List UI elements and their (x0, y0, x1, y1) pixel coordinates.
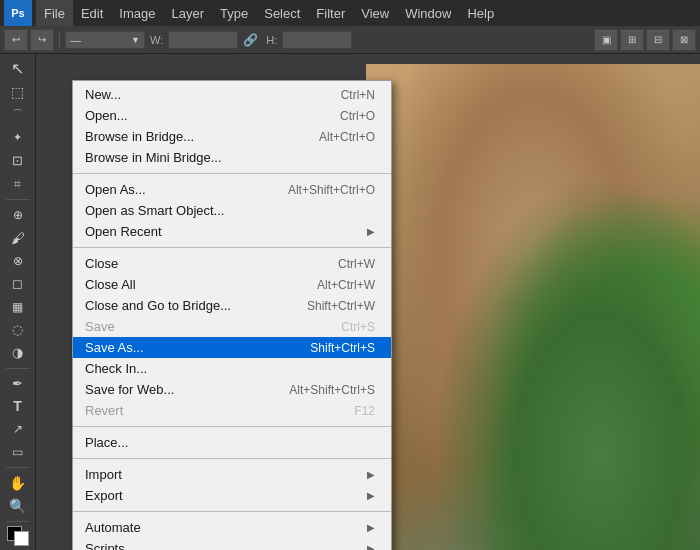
menu-item-automate[interactable]: Automate ▶ (73, 517, 391, 538)
canvas-image (366, 64, 700, 550)
preset-arrow: ▼ (131, 35, 140, 45)
menu-item-browse-bridge[interactable]: Browse in Bridge... Alt+Ctrl+O (73, 126, 391, 147)
divider-4 (73, 458, 391, 459)
magic-wand-tool[interactable]: ✦ (4, 127, 32, 149)
clone-tool[interactable]: ⊗ (4, 250, 32, 272)
menu-item-open-shortcut: Ctrl+O (340, 109, 375, 123)
menu-item-open-as[interactable]: Open As... Alt+Shift+Ctrl+O (73, 179, 391, 200)
crop-tool[interactable]: ⊡ (4, 150, 32, 172)
zoom-tool[interactable]: 🔍 (4, 495, 32, 517)
tool-divider-2 (6, 368, 30, 369)
menu-edit[interactable]: Edit (73, 0, 111, 26)
menu-item-close-bridge-shortcut: Shift+Ctrl+W (307, 299, 375, 313)
menu-item-new[interactable]: New... Ctrl+N (73, 84, 391, 105)
menu-item-place-label: Place... (85, 435, 375, 450)
menu-item-scripts[interactable]: Scripts ▶ (73, 538, 391, 550)
menu-item-revert-label: Revert (85, 403, 354, 418)
main-layout: ↖ ⬚ ⌒ ✦ ⊡ ⌗ ⊕ 🖌 ⊗ ◻ ▦ ◌ ◑ ✒ T ↗ ▭ ✋ 🔍 (0, 54, 700, 550)
toolbar: ↩ ↪ — ▼ W: 🔗 H: ▣ ⊞ ⊟ ⊠ (0, 26, 700, 54)
brush-tool[interactable]: 🖌 (4, 227, 32, 249)
menu-item-export[interactable]: Export ▶ (73, 485, 391, 506)
h-label: H: (263, 34, 280, 46)
file-dropdown-menu: New... Ctrl+N Open... Ctrl+O Browse in B… (72, 80, 392, 550)
menu-item-import-label: Import (85, 467, 363, 482)
menu-item-open-recent[interactable]: Open Recent ▶ (73, 221, 391, 242)
menu-item-browse-bridge-shortcut: Alt+Ctrl+O (319, 130, 375, 144)
menu-item-revert[interactable]: Revert F12 (73, 400, 391, 421)
menu-item-place[interactable]: Place... (73, 432, 391, 453)
menu-type[interactable]: Type (212, 0, 256, 26)
menu-filter[interactable]: Filter (308, 0, 353, 26)
tool-divider-3 (6, 467, 30, 468)
eyedropper-tool[interactable]: ⌗ (4, 173, 32, 195)
menu-item-browse-mini[interactable]: Browse in Mini Bridge... (73, 147, 391, 168)
menu-item-check-in-label: Check In... (85, 361, 375, 376)
blur-tool[interactable]: ◌ (4, 319, 32, 341)
toolbar-icon-2[interactable]: ⊞ (620, 29, 644, 51)
menu-item-close-bridge[interactable]: Close and Go to Bridge... Shift+Ctrl+W (73, 295, 391, 316)
menu-item-save-as[interactable]: Save As... Shift+Ctrl+S (73, 337, 391, 358)
menu-item-import[interactable]: Import ▶ (73, 464, 391, 485)
tool-divider-1 (6, 199, 30, 200)
menu-select[interactable]: Select (256, 0, 308, 26)
gradient-tool[interactable]: ▦ (4, 296, 32, 318)
height-input[interactable] (282, 31, 352, 49)
divider-3 (73, 426, 391, 427)
menu-item-save-label: Save (85, 319, 341, 334)
toolbar-right: ▣ ⊞ ⊟ ⊠ (594, 29, 696, 51)
menu-item-close[interactable]: Close Ctrl+W (73, 253, 391, 274)
menu-item-close-all-label: Close All (85, 277, 317, 292)
menu-item-save-shortcut: Ctrl+S (341, 320, 375, 334)
pen-tool[interactable]: ✒ (4, 372, 32, 394)
menu-view[interactable]: View (353, 0, 397, 26)
menu-item-open[interactable]: Open... Ctrl+O (73, 105, 391, 126)
menu-section-2: Open As... Alt+Shift+Ctrl+O Open as Smar… (73, 176, 391, 245)
width-input[interactable] (168, 31, 238, 49)
menu-window[interactable]: Window (397, 0, 459, 26)
menu-item-close-all[interactable]: Close All Alt+Ctrl+W (73, 274, 391, 295)
menu-item-save-web[interactable]: Save for Web... Alt+Shift+Ctrl+S (73, 379, 391, 400)
fg-bg-colors[interactable] (7, 526, 29, 546)
shape-tool[interactable]: ▭ (4, 441, 32, 463)
type-tool[interactable]: T (4, 395, 32, 417)
menu-item-close-label: Close (85, 256, 338, 271)
menu-item-check-in[interactable]: Check In... (73, 358, 391, 379)
export-arrow: ▶ (367, 490, 375, 501)
path-select-tool[interactable]: ↗ (4, 418, 32, 440)
marquee-tool[interactable]: ⬚ (4, 81, 32, 103)
ps-logo: Ps (4, 0, 32, 26)
toolbar-icon-4[interactable]: ⊠ (672, 29, 696, 51)
toolbar-btn-1[interactable]: ↩ (4, 29, 28, 51)
open-recent-arrow: ▶ (367, 226, 375, 237)
move-tool[interactable]: ↖ (4, 58, 32, 80)
dodge-tool[interactable]: ◑ (4, 342, 32, 364)
hand-tool[interactable]: ✋ (4, 472, 32, 494)
menu-item-scripts-label: Scripts (85, 541, 363, 550)
menu-item-open-recent-label: Open Recent (85, 224, 363, 239)
automate-arrow: ▶ (367, 522, 375, 533)
menu-item-save-as-label: Save As... (85, 340, 310, 355)
menu-item-new-label: New... (85, 87, 341, 102)
menu-layer[interactable]: Layer (164, 0, 213, 26)
lasso-tool[interactable]: ⌒ (4, 104, 32, 126)
menu-file[interactable]: File (36, 0, 73, 26)
background-color (14, 531, 29, 546)
menu-item-close-bridge-label: Close and Go to Bridge... (85, 298, 307, 313)
import-arrow: ▶ (367, 469, 375, 480)
menu-section-6: Automate ▶ Scripts ▶ (73, 514, 391, 550)
menu-item-browse-bridge-label: Browse in Bridge... (85, 129, 319, 144)
menu-items: File Edit Image Layer Type Select Filter… (36, 0, 502, 26)
toolbar-icon-1[interactable]: ▣ (594, 29, 618, 51)
menu-item-open-as-label: Open As... (85, 182, 288, 197)
toolbar-preset[interactable]: — ▼ (65, 31, 145, 49)
menu-help[interactable]: Help (459, 0, 502, 26)
toolbar-icon-3[interactable]: ⊟ (646, 29, 670, 51)
tools-panel: ↖ ⬚ ⌒ ✦ ⊡ ⌗ ⊕ 🖌 ⊗ ◻ ▦ ◌ ◑ ✒ T ↗ ▭ ✋ 🔍 (0, 54, 36, 550)
toolbar-divider (59, 31, 60, 49)
toolbar-btn-2[interactable]: ↪ (30, 29, 54, 51)
eraser-tool[interactable]: ◻ (4, 273, 32, 295)
menu-item-save[interactable]: Save Ctrl+S (73, 316, 391, 337)
menu-image[interactable]: Image (111, 0, 163, 26)
healing-tool[interactable]: ⊕ (4, 204, 32, 226)
menu-item-open-smart[interactable]: Open as Smart Object... (73, 200, 391, 221)
